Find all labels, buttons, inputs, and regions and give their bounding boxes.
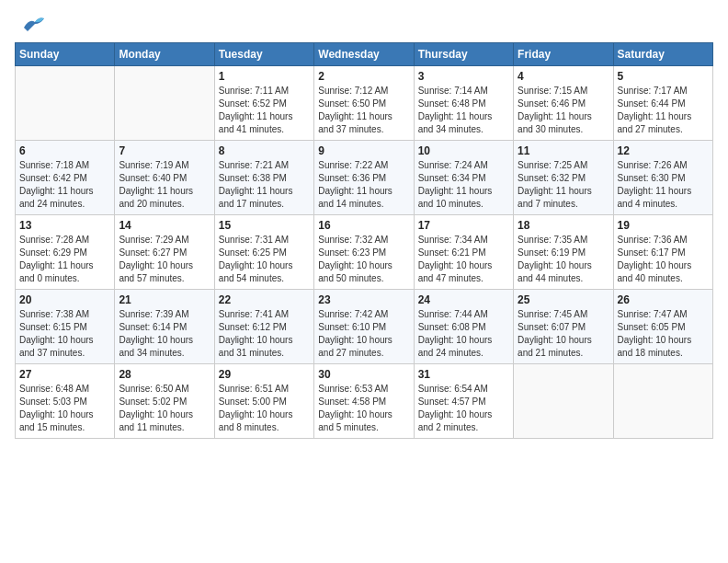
day-detail: Sunrise: 7:14 AM Sunset: 6:48 PM Dayligh… [418,85,509,136]
day-detail: Sunrise: 7:41 AM Sunset: 6:12 PM Dayligh… [219,308,310,360]
calendar-week-3: 13Sunrise: 7:28 AM Sunset: 6:29 PM Dayli… [16,215,713,290]
day-number: 26 [618,293,709,306]
day-detail: Sunrise: 7:15 AM Sunset: 6:46 PM Dayligh… [518,85,609,136]
calendar-day-cell: 13Sunrise: 7:28 AM Sunset: 6:29 PM Dayli… [16,215,115,290]
calendar-day-cell [613,364,712,439]
calendar-day-cell [115,66,214,141]
calendar-day-cell: 22Sunrise: 7:41 AM Sunset: 6:12 PM Dayli… [214,290,313,364]
day-detail: Sunrise: 7:38 AM Sunset: 6:15 PM Dayligh… [19,308,110,360]
calendar-day-cell: 10Sunrise: 7:24 AM Sunset: 6:34 PM Dayli… [414,141,513,215]
day-number: 7 [119,144,210,157]
day-detail: Sunrise: 6:53 AM Sunset: 4:58 PM Dayligh… [318,383,409,434]
day-number: 4 [518,70,609,83]
day-number: 29 [219,368,310,381]
day-detail: Sunrise: 6:48 AM Sunset: 5:03 PM Dayligh… [19,383,110,434]
weekday-header-tuesday: Tuesday [214,43,313,66]
day-number: 22 [219,293,310,306]
day-detail: Sunrise: 7:44 AM Sunset: 6:08 PM Dayligh… [418,308,509,360]
day-detail: Sunrise: 7:25 AM Sunset: 6:32 PM Dayligh… [518,159,609,211]
calendar-day-cell: 26Sunrise: 7:47 AM Sunset: 6:05 PM Dayli… [613,290,712,364]
day-number: 13 [19,219,110,232]
calendar-body: 1Sunrise: 7:11 AM Sunset: 6:52 PM Daylig… [16,66,713,439]
day-detail: Sunrise: 7:29 AM Sunset: 6:27 PM Dayligh… [119,234,210,285]
day-number: 8 [219,144,310,157]
day-number: 16 [318,219,409,232]
calendar-day-cell: 12Sunrise: 7:26 AM Sunset: 6:30 PM Dayli… [613,141,712,215]
day-detail: Sunrise: 7:24 AM Sunset: 6:34 PM Dayligh… [418,159,509,211]
calendar-day-cell: 23Sunrise: 7:42 AM Sunset: 6:10 PM Dayli… [314,290,414,364]
day-number: 2 [318,70,409,83]
day-detail: Sunrise: 7:22 AM Sunset: 6:36 PM Dayligh… [318,159,409,211]
calendar-day-cell: 27Sunrise: 6:48 AM Sunset: 5:03 PM Dayli… [16,364,115,439]
calendar-week-2: 6Sunrise: 7:18 AM Sunset: 6:42 PM Daylig… [16,141,713,215]
day-number: 17 [418,219,509,232]
calendar-day-cell: 28Sunrise: 6:50 AM Sunset: 5:02 PM Dayli… [115,364,214,439]
calendar-day-cell: 17Sunrise: 7:34 AM Sunset: 6:21 PM Dayli… [414,215,513,290]
day-detail: Sunrise: 7:28 AM Sunset: 6:29 PM Dayligh… [19,234,110,285]
calendar-day-cell: 9Sunrise: 7:22 AM Sunset: 6:36 PM Daylig… [314,141,414,215]
calendar-day-cell: 16Sunrise: 7:32 AM Sunset: 6:23 PM Dayli… [314,215,414,290]
calendar-day-cell: 29Sunrise: 6:51 AM Sunset: 5:00 PM Dayli… [214,364,313,439]
day-detail: Sunrise: 7:35 AM Sunset: 6:19 PM Dayligh… [518,234,609,285]
day-number: 20 [19,293,110,306]
day-number: 31 [418,368,509,381]
weekday-header-sunday: Sunday [16,43,115,66]
day-detail: Sunrise: 7:34 AM Sunset: 6:21 PM Dayligh… [418,234,509,285]
calendar-day-cell: 21Sunrise: 7:39 AM Sunset: 6:14 PM Dayli… [115,290,214,364]
day-number: 24 [418,293,509,306]
calendar-day-cell [514,364,613,439]
calendar-day-cell: 1Sunrise: 7:11 AM Sunset: 6:52 PM Daylig… [214,66,313,141]
calendar-day-cell: 11Sunrise: 7:25 AM Sunset: 6:32 PM Dayli… [514,141,613,215]
logo-bird-icon [17,15,46,35]
day-detail: Sunrise: 7:11 AM Sunset: 6:52 PM Dayligh… [219,85,310,136]
weekday-header-wednesday: Wednesday [314,43,414,66]
calendar-day-cell: 18Sunrise: 7:35 AM Sunset: 6:19 PM Dayli… [514,215,613,290]
day-detail: Sunrise: 7:32 AM Sunset: 6:23 PM Dayligh… [318,234,409,285]
calendar-table: SundayMondayTuesdayWednesdayThursdayFrid… [15,42,713,439]
day-number: 23 [318,293,409,306]
day-number: 11 [518,144,609,157]
day-number: 19 [618,219,709,232]
calendar-day-cell: 24Sunrise: 7:44 AM Sunset: 6:08 PM Dayli… [414,290,513,364]
calendar-day-cell: 14Sunrise: 7:29 AM Sunset: 6:27 PM Dayli… [115,215,214,290]
day-detail: Sunrise: 7:47 AM Sunset: 6:05 PM Dayligh… [618,308,709,360]
calendar-day-cell: 25Sunrise: 7:45 AM Sunset: 6:07 PM Dayli… [514,290,613,364]
logo [15,15,46,31]
day-number: 5 [618,70,709,83]
weekday-header-thursday: Thursday [414,43,513,66]
weekday-header-friday: Friday [514,43,613,66]
calendar-day-cell: 15Sunrise: 7:31 AM Sunset: 6:25 PM Dayli… [214,215,313,290]
day-detail: Sunrise: 6:50 AM Sunset: 5:02 PM Dayligh… [119,383,210,434]
calendar-day-cell: 6Sunrise: 7:18 AM Sunset: 6:42 PM Daylig… [16,141,115,215]
day-number: 15 [219,219,310,232]
day-detail: Sunrise: 7:18 AM Sunset: 6:42 PM Dayligh… [19,159,110,211]
day-detail: Sunrise: 7:31 AM Sunset: 6:25 PM Dayligh… [219,234,310,285]
weekday-header-monday: Monday [115,43,214,66]
calendar-day-cell: 7Sunrise: 7:19 AM Sunset: 6:40 PM Daylig… [115,141,214,215]
day-number: 9 [318,144,409,157]
calendar-header: SundayMondayTuesdayWednesdayThursdayFrid… [16,43,713,66]
calendar-week-1: 1Sunrise: 7:11 AM Sunset: 6:52 PM Daylig… [16,66,713,141]
day-detail: Sunrise: 7:26 AM Sunset: 6:30 PM Dayligh… [618,159,709,211]
day-detail: Sunrise: 6:51 AM Sunset: 5:00 PM Dayligh… [219,383,310,434]
day-number: 1 [219,70,310,83]
day-number: 25 [518,293,609,306]
calendar-day-cell: 30Sunrise: 6:53 AM Sunset: 4:58 PM Dayli… [314,364,414,439]
day-number: 30 [318,368,409,381]
day-detail: Sunrise: 6:54 AM Sunset: 4:57 PM Dayligh… [418,383,509,434]
day-detail: Sunrise: 7:36 AM Sunset: 6:17 PM Dayligh… [618,234,709,285]
day-number: 6 [19,144,110,157]
weekday-header-saturday: Saturday [613,43,712,66]
day-number: 27 [19,368,110,381]
calendar-day-cell [16,66,115,141]
calendar-day-cell: 8Sunrise: 7:21 AM Sunset: 6:38 PM Daylig… [214,141,313,215]
day-number: 28 [119,368,210,381]
day-number: 14 [119,219,210,232]
calendar-week-5: 27Sunrise: 6:48 AM Sunset: 5:03 PM Dayli… [16,364,713,439]
day-detail: Sunrise: 7:39 AM Sunset: 6:14 PM Dayligh… [119,308,210,360]
day-number: 12 [618,144,709,157]
calendar-day-cell: 31Sunrise: 6:54 AM Sunset: 4:57 PM Dayli… [414,364,513,439]
page-header [15,15,713,31]
day-detail: Sunrise: 7:42 AM Sunset: 6:10 PM Dayligh… [318,308,409,360]
day-detail: Sunrise: 7:19 AM Sunset: 6:40 PM Dayligh… [119,159,210,211]
